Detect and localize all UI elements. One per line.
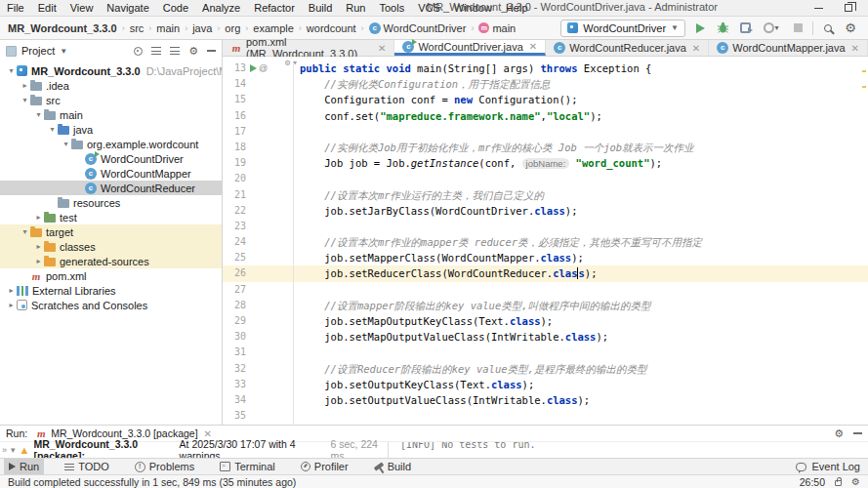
chevron-right-icon[interactable]: ▸	[33, 242, 44, 251]
line-number[interactable]: 31	[223, 345, 246, 360]
breadcrumb-item[interactable]: org	[223, 22, 242, 34]
coverage-button[interactable]	[737, 20, 753, 36]
line-number[interactable]: 30	[223, 329, 246, 345]
tree-item-classes[interactable]: ▸classes	[0, 239, 222, 254]
line-number[interactable]: 26	[223, 265, 246, 281]
hide-panel-icon[interactable]	[853, 432, 862, 434]
line-number[interactable]: 34	[223, 392, 246, 408]
inspection-profile-icon[interactable]: ⚙	[851, 475, 860, 488]
menu-item-view[interactable]: View	[63, 2, 101, 14]
run-configuration-select[interactable]: WordCountDriver ▼	[560, 20, 685, 37]
close-icon[interactable]: ✕	[851, 43, 859, 54]
line-number[interactable]: 17	[223, 124, 246, 140]
code-line[interactable]: 17	[223, 124, 868, 140]
warning-stripe-mark[interactable]	[862, 86, 866, 88]
line-number[interactable]: 13	[223, 61, 246, 76]
close-icon[interactable]: ✕	[692, 43, 700, 54]
toolwindow-button-todo[interactable]: TODO	[60, 459, 114, 474]
chevron-right-icon[interactable]: ▸	[33, 257, 44, 265]
tree-item-main[interactable]: ▾main	[0, 107, 222, 122]
run-button[interactable]	[692, 20, 708, 36]
line-number[interactable]: 25	[223, 250, 246, 265]
line-number[interactable]: 24	[223, 234, 246, 250]
chevron-right-icon[interactable]: ▸	[6, 286, 17, 295]
run-console[interactable]: [INFO] No tests to run.	[389, 442, 868, 458]
line-number[interactable]: 14	[223, 76, 246, 92]
line-number[interactable]: 18	[223, 140, 246, 155]
toolwindow-button-run[interactable]: Run	[4, 459, 44, 474]
collapse-all-icon[interactable]	[170, 47, 180, 55]
line-number[interactable]: 23	[223, 219, 246, 234]
warning-stripe-mark[interactable]	[862, 70, 866, 72]
chevron-down-icon[interactable]: ▾	[33, 110, 44, 119]
fold-column[interactable]	[271, 408, 293, 424]
fold-column[interactable]	[271, 282, 293, 298]
line-number[interactable]: 32	[223, 361, 246, 377]
line-number[interactable]: 19	[223, 155, 246, 171]
menu-item-refactor[interactable]: Refactor	[247, 2, 302, 14]
hide-panel-icon[interactable]	[207, 50, 216, 52]
toolwindow-button-problems[interactable]: !Problems	[130, 459, 199, 474]
editor-tab-wordcountreducer-java[interactable]: cWordCountReducer.java✕	[546, 40, 709, 56]
fold-column[interactable]	[271, 92, 293, 107]
fold-column[interactable]	[271, 313, 293, 329]
code-line[interactable]: 35	[223, 408, 868, 424]
tree-item-wordcountmapper[interactable]: cWordCountMapper	[0, 166, 222, 181]
editor-tab-wordcountmapper-java[interactable]: cWordCountMapper.java✕	[709, 40, 868, 56]
code-line[interactable]: 31	[223, 345, 868, 360]
line-number[interactable]: 29	[223, 313, 246, 329]
stop-button[interactable]	[790, 20, 806, 36]
code-line[interactable]: 27	[223, 282, 868, 298]
code-line[interactable]: 19 Job job = Job.getInstance(conf, jobNa…	[223, 155, 868, 171]
tree-item-generated-sources[interactable]: ▸generated-sources	[0, 254, 222, 268]
fold-column[interactable]	[271, 219, 293, 234]
breadcrumb-item[interactable]: MR_Wordcount_3.3.0	[6, 22, 119, 34]
code-line[interactable]: 21 //设置本次mr作业运行的主类，我们自己定义的	[223, 187, 868, 203]
settings-button[interactable]: ⚙	[843, 20, 858, 36]
inspections-widget[interactable]: ⚙▾	[285, 58, 298, 67]
status-message[interactable]: Build completed successfully in 1 sec, 8…	[8, 476, 296, 488]
fold-column[interactable]	[271, 155, 293, 171]
code-line[interactable]: 29 job.setMapOutputKeyClass(Text.class);	[223, 313, 868, 329]
code-line[interactable]: 32 //设置Reducer阶段输出的key value类型,是程序最终的输出的…	[223, 361, 868, 377]
tree-item--idea[interactable]: ▸.idea	[0, 78, 222, 93]
fold-column[interactable]	[271, 377, 293, 392]
close-icon[interactable]: ✕	[204, 428, 212, 439]
fold-column[interactable]	[271, 361, 293, 377]
minimize-icon[interactable]	[814, 8, 823, 9]
code-line[interactable]: 23	[223, 219, 868, 234]
code-line[interactable]: 16 conf.set("mapreduce.framework.name","…	[223, 108, 868, 124]
menu-item-file[interactable]: File	[0, 2, 31, 14]
code-line[interactable]: 28 //设置mapper阶段输出的key value类型,叫做程序中间的输出的…	[223, 298, 868, 313]
tree-item-mr-wordcount-3-3-0[interactable]: ▾MR_Wordcount_3.3.0D:\JavaProject\MR_Wor…	[0, 63, 222, 78]
chevron-right-icon[interactable]: ▸	[33, 213, 44, 222]
tree-item-target[interactable]: ▾target	[0, 224, 222, 239]
menu-item-build[interactable]: Build	[302, 2, 339, 14]
editor[interactable]: ⚙▾ 13@public static void main(String[] a…	[223, 57, 868, 425]
tree-item-scratches-and-consoles[interactable]: ▸Scratches and Consoles	[0, 298, 222, 312]
chevron-right-icon[interactable]: ▸	[20, 81, 30, 90]
line-number[interactable]: 20	[223, 171, 246, 186]
editor-tab-wordcountdriver-java[interactable]: cWordCountDriver.java✕	[394, 40, 546, 56]
line-number[interactable]: 21	[223, 187, 246, 203]
toolwindow-button-build[interactable]: Build	[369, 459, 416, 474]
breadcrumb-item[interactable]: main	[154, 22, 182, 34]
fold-column[interactable]	[271, 203, 293, 219]
menu-item-analyze[interactable]: Analyze	[195, 2, 247, 14]
fold-column[interactable]	[271, 392, 293, 408]
menu-item-run[interactable]: Run	[339, 2, 372, 14]
line-number[interactable]: 22	[223, 203, 246, 219]
breadcrumb-item[interactable]: wordcount	[305, 22, 358, 34]
line-number[interactable]: 15	[223, 92, 246, 107]
tree-item-resources[interactable]: resources	[0, 195, 222, 210]
code-line[interactable]: 34 job.setOutputValueClass(IntWritable.c…	[223, 392, 868, 408]
code-line[interactable]: 22 job.setJarByClass(WordCountDriver.cla…	[223, 203, 868, 219]
expand-all-icon[interactable]	[151, 47, 161, 55]
gear-icon[interactable]: ⚙	[834, 427, 844, 440]
line-number[interactable]: 28	[223, 298, 246, 313]
tree-item-org-example-wordcount[interactable]: ▾org.example.wordcount	[0, 137, 222, 151]
chevron-down-icon[interactable]: ▼	[60, 47, 67, 56]
fold-column[interactable]	[271, 234, 293, 250]
fold-column[interactable]	[271, 187, 293, 203]
chevron-right-icon[interactable]: ▸	[6, 301, 17, 309]
